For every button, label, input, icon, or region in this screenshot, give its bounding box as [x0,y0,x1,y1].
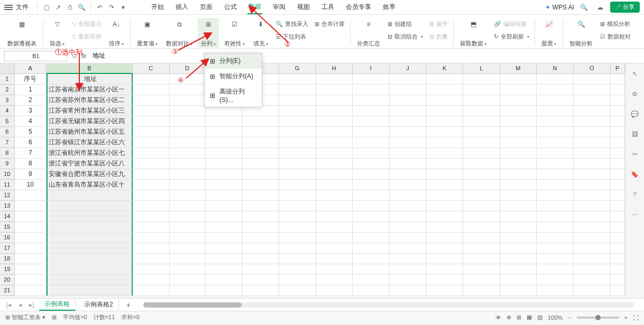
dropdown-list-button[interactable]: ☰下拉列表 [273,31,310,42]
col-header-G[interactable]: G [279,63,316,74]
cell-N21[interactable] [537,285,574,296]
cell-I15[interactable] [353,222,390,233]
subtotal-group[interactable]: ≡ 分类汇总 [354,18,383,48]
status-misc-icon[interactable]: ⊞ [52,314,57,321]
cell-H6[interactable] [316,127,353,137]
cell-B10[interactable]: 安徽省合肥市某某区小区九 [47,169,133,180]
cell-C15[interactable] [133,222,170,233]
eye-icon[interactable]: 👁 [495,314,501,321]
row-header-5[interactable]: 5 [0,116,15,127]
analysis-group[interactable]: 🔍 智能分析 [566,18,596,48]
cell-G5[interactable] [279,116,316,127]
row-header-18[interactable]: 18 [0,254,15,264]
cell-A7[interactable]: 6 [15,137,47,148]
cell-G11[interactable] [279,180,316,190]
cell-L19[interactable] [463,264,500,275]
cell-N2[interactable] [537,85,574,95]
cell-O4[interactable] [574,106,611,116]
cell-H1[interactable] [316,74,353,85]
cell-P10[interactable] [610,169,625,180]
cell-N13[interactable] [537,201,574,211]
cell-F4[interactable] [242,106,279,116]
cell-C18[interactable] [133,254,170,264]
cell-M16[interactable] [500,233,537,243]
prev-sheet-icon[interactable]: ◂ [16,301,24,309]
cell-C17[interactable] [133,243,170,254]
cell-A2[interactable]: 1 [15,85,47,95]
cell-F15[interactable] [242,222,279,233]
redo-icon[interactable]: ↷ [106,2,117,13]
tab-review[interactable]: 审阅 [272,1,287,14]
row-header-8[interactable]: 8 [0,148,15,159]
cell-L11[interactable] [463,180,500,190]
cell-I17[interactable] [353,243,390,254]
cell-P21[interactable] [610,285,625,296]
cell-P19[interactable] [610,264,625,275]
cell-I10[interactable] [353,169,390,180]
image-icon[interactable]: 🖼 [630,129,640,140]
cell-K8[interactable] [426,148,463,159]
row-header-13[interactable]: 13 [0,201,15,211]
cell-I19[interactable] [353,264,390,275]
cell-A4[interactable]: 3 [15,106,47,116]
cell-J3[interactable] [390,95,427,106]
cell-C13[interactable] [133,201,170,211]
cell-N9[interactable] [537,159,574,169]
cell-L16[interactable] [463,233,500,243]
cell-L1[interactable] [463,74,500,85]
sheet-tab-1[interactable]: 示例表格 [39,299,76,311]
cell-L2[interactable] [463,85,500,95]
cell-I21[interactable] [353,285,390,296]
cell-O9[interactable] [574,159,611,169]
tab-data[interactable]: 数据 [247,0,262,14]
stocks-group[interactable]: 📈 股票▾ [538,18,559,48]
more-icon[interactable]: ⋯ [630,209,640,220]
cell-C1[interactable] [133,74,170,85]
cell-J7[interactable] [390,137,427,148]
cell-C12[interactable] [133,190,170,201]
cell-B16[interactable] [47,233,133,243]
cell-O8[interactable] [574,148,611,159]
cell-G4[interactable] [279,106,316,116]
formula-input[interactable] [90,51,640,61]
col-header-J[interactable]: J [390,63,427,74]
cell-O17[interactable] [574,243,611,254]
ungroup-button[interactable]: ⊟取消组合▾ [385,31,425,42]
cell-C2[interactable] [133,85,170,95]
cell-D3[interactable] [170,95,206,106]
cell-N5[interactable] [537,116,574,127]
horizontal-scrollbar[interactable] [143,302,634,308]
row-header-20[interactable]: 20 [0,275,15,285]
cell-D12[interactable] [170,190,206,201]
settings-icon[interactable]: ⚙ [630,89,640,99]
cell-K9[interactable] [426,159,463,169]
cell-N7[interactable] [537,137,574,148]
tab-view[interactable]: 视图 [296,1,311,14]
cell-F9[interactable] [242,159,279,169]
cell-H10[interactable] [316,169,353,180]
advanced-split-item[interactable]: ⊞高级分列(S)... [205,84,262,107]
data-validation-button[interactable]: ☑数据校对 [598,31,633,42]
cell-P6[interactable] [610,127,625,137]
cell-D21[interactable] [170,285,206,296]
cell-P4[interactable] [610,106,625,116]
cell-M1[interactable] [500,74,537,85]
cell-F7[interactable] [242,137,279,148]
cell-P5[interactable] [610,116,625,127]
cell-J19[interactable] [390,264,427,275]
cell-O1[interactable] [574,74,611,85]
cell-L15[interactable] [463,222,500,233]
validity-group[interactable]: ☑ 有效性▾ [221,18,248,48]
cell-D4[interactable] [170,106,206,116]
split-columns-item[interactable]: ⊞分列(E) [205,53,262,69]
cell-K5[interactable] [426,116,463,127]
cell-M8[interactable] [500,148,537,159]
cell-C8[interactable] [133,148,170,159]
cell-M21[interactable] [500,285,537,296]
cell-I7[interactable] [353,137,390,148]
cell-O21[interactable] [574,285,611,296]
cell-L3[interactable] [463,95,500,106]
cell-E7[interactable] [206,137,243,148]
cell-D7[interactable] [170,137,206,148]
cell-F19[interactable] [242,264,279,275]
